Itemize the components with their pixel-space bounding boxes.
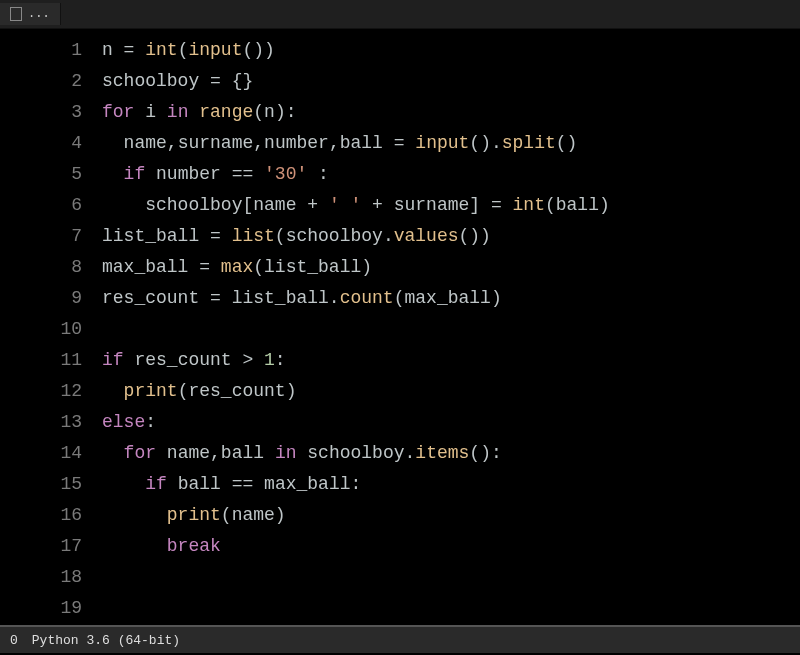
code-line[interactable]: max_ball = max(list_ball) (102, 252, 800, 283)
code-line[interactable]: if ball == max_ball: (102, 469, 800, 500)
code-line[interactable]: if res_count > 1: (102, 345, 800, 376)
file-tab[interactable]: ... (0, 3, 61, 25)
editor-area[interactable]: 12345678910111213141516171819 n = int(in… (0, 29, 800, 625)
code-line[interactable]: if number == '30' : (102, 159, 800, 190)
line-number: 13 (0, 407, 82, 438)
line-number: 19 (0, 593, 82, 624)
line-number: 16 (0, 500, 82, 531)
code-line[interactable]: print(res_count) (102, 376, 800, 407)
line-number-gutter: 12345678910111213141516171819 (0, 29, 90, 625)
code-line[interactable] (102, 562, 800, 593)
line-number: 1 (0, 35, 82, 66)
code-line[interactable]: list_ball = list(schoolboy.values()) (102, 221, 800, 252)
line-number: 12 (0, 376, 82, 407)
line-number: 3 (0, 97, 82, 128)
line-number: 9 (0, 283, 82, 314)
code-line[interactable]: else: (102, 407, 800, 438)
line-number: 6 (0, 190, 82, 221)
line-number: 14 (0, 438, 82, 469)
code-line[interactable]: for i in range(n): (102, 97, 800, 128)
file-icon (10, 7, 22, 21)
line-number: 10 (0, 314, 82, 345)
line-number: 18 (0, 562, 82, 593)
code-line[interactable]: for name,ball in schoolboy.items(): (102, 438, 800, 469)
tab-filename: ... (28, 7, 50, 21)
code-line[interactable]: schoolboy[name + ' ' + surname] = int(ba… (102, 190, 800, 221)
line-number: 7 (0, 221, 82, 252)
code-content[interactable]: n = int(input())schoolboy = {}for i in r… (90, 29, 800, 625)
code-line[interactable] (102, 314, 800, 345)
tab-bar: ... (0, 0, 800, 29)
status-interpreter[interactable]: Python 3.6 (64-bit) (32, 633, 180, 648)
line-number: 8 (0, 252, 82, 283)
line-number: 17 (0, 531, 82, 562)
line-number: 5 (0, 159, 82, 190)
code-line[interactable]: break (102, 531, 800, 562)
code-line[interactable]: print(name) (102, 500, 800, 531)
code-line[interactable] (102, 593, 800, 624)
line-number: 4 (0, 128, 82, 159)
code-line[interactable]: res_count = list_ball.count(max_ball) (102, 283, 800, 314)
line-number: 2 (0, 66, 82, 97)
line-number: 11 (0, 345, 82, 376)
code-line[interactable]: name,surname,number,ball = input().split… (102, 128, 800, 159)
status-errors[interactable]: 0 (10, 633, 18, 648)
code-line[interactable]: n = int(input()) (102, 35, 800, 66)
code-line[interactable]: schoolboy = {} (102, 66, 800, 97)
line-number: 15 (0, 469, 82, 500)
status-bar: 0 Python 3.6 (64-bit) (0, 625, 800, 653)
